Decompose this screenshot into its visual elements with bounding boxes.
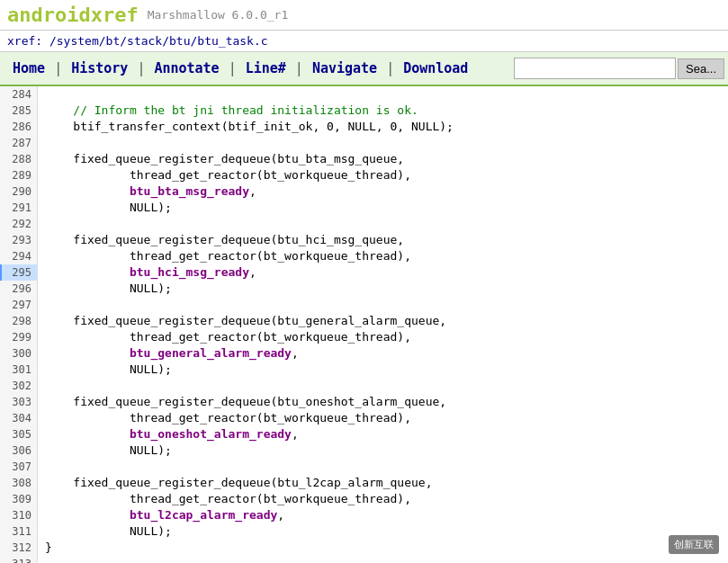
- line-content: NULL);: [38, 200, 172, 216]
- line-number[interactable]: 291: [0, 200, 38, 216]
- code-area: 284285 // Inform the bt jni thread initi…: [0, 86, 728, 563]
- xref-path: xref: /system/bt/stack/btu/btu_task.c: [0, 31, 728, 52]
- line-content: btu_oneshot_alarm_ready,: [38, 426, 299, 442]
- line-content: // Inform the bt jni thread initializati…: [38, 103, 418, 119]
- code-line: 296 NULL);: [0, 281, 728, 297]
- nav-lineno[interactable]: Line#: [237, 53, 295, 84]
- code-line: 286 btif_transfer_context(btif_init_ok, …: [0, 119, 728, 135]
- code-line: 298 fixed_queue_register_dequeue(btu_gen…: [0, 313, 728, 329]
- code-line: 305 btu_oneshot_alarm_ready,: [0, 426, 728, 442]
- line-content: thread_get_reactor(bt_workqueue_thread),: [38, 248, 411, 264]
- logo-marshmallow: Marshmallow 6.0.0_r1: [148, 8, 289, 22]
- line-content: btu_l2cap_alarm_ready,: [38, 507, 284, 523]
- code-line: 295 btu_hci_msg_ready,: [0, 264, 728, 281]
- code-line: 301 NULL);: [0, 362, 728, 378]
- nav-sep-5: |: [386, 60, 394, 76]
- navbar: Home | History | Annotate | Line# | Navi…: [0, 52, 728, 86]
- line-number[interactable]: 288: [0, 151, 38, 167]
- code-line: 292: [0, 216, 728, 232]
- nav-download[interactable]: Download: [394, 53, 477, 84]
- line-content: fixed_queue_register_dequeue(btu_oneshot…: [38, 394, 446, 410]
- line-number[interactable]: 299: [0, 329, 38, 345]
- code-line: 302: [0, 378, 728, 394]
- line-content: [38, 556, 45, 563]
- line-number[interactable]: 309: [0, 491, 38, 507]
- line-number[interactable]: 301: [0, 362, 38, 378]
- line-content: NULL);: [38, 362, 172, 378]
- code-line: 306 NULL);: [0, 442, 728, 459]
- code-line: 303 fixed_queue_register_dequeue(btu_one…: [0, 394, 728, 410]
- nav-sep-1: |: [54, 60, 62, 76]
- line-number[interactable]: 285: [0, 103, 38, 119]
- line-number[interactable]: 298: [0, 313, 38, 329]
- line-number[interactable]: 284: [0, 86, 38, 103]
- line-content: NULL);: [38, 442, 172, 459]
- nav-annotate[interactable]: Annotate: [145, 53, 228, 84]
- line-number[interactable]: 305: [0, 426, 38, 442]
- code-line: 300 btu_general_alarm_ready,: [0, 345, 728, 362]
- line-number[interactable]: 303: [0, 394, 38, 410]
- code-line: 297: [0, 297, 728, 313]
- line-number[interactable]: 302: [0, 378, 38, 394]
- line-number[interactable]: 300: [0, 345, 38, 362]
- line-number[interactable]: 286: [0, 119, 38, 135]
- line-number[interactable]: 311: [0, 523, 38, 540]
- nav-navigate[interactable]: Navigate: [303, 53, 386, 84]
- header: androidxref Marshmallow 6.0.0_r1: [0, 0, 728, 31]
- line-content: btu_hci_msg_ready,: [38, 264, 256, 281]
- nav-home[interactable]: Home: [4, 53, 54, 84]
- line-content: }: [38, 540, 52, 556]
- nav-sep-4: |: [295, 60, 303, 76]
- line-content: thread_get_reactor(bt_workqueue_thread),: [38, 167, 411, 183]
- line-content: NULL);: [38, 281, 172, 297]
- code-line: 287: [0, 135, 728, 151]
- watermark: 创新互联: [669, 535, 719, 554]
- line-number[interactable]: 312: [0, 540, 38, 556]
- line-number[interactable]: 290: [0, 183, 38, 200]
- logo: androidxref: [7, 4, 139, 26]
- line-number[interactable]: 295: [0, 264, 38, 281]
- line-number[interactable]: 313: [0, 556, 38, 563]
- line-content: fixed_queue_register_dequeue(btu_hci_msg…: [38, 232, 404, 248]
- line-content: thread_get_reactor(bt_workqueue_thread),: [38, 491, 411, 507]
- code-line: 313: [0, 556, 728, 563]
- code-line: 289 thread_get_reactor(bt_workqueue_thre…: [0, 167, 728, 183]
- line-content: [38, 86, 45, 103]
- line-number[interactable]: 304: [0, 410, 38, 426]
- line-number[interactable]: 297: [0, 297, 38, 313]
- line-number[interactable]: 308: [0, 475, 38, 491]
- line-number[interactable]: 307: [0, 459, 38, 475]
- line-number[interactable]: 310: [0, 507, 38, 523]
- search-input[interactable]: [514, 58, 676, 79]
- code-line: 307: [0, 459, 728, 475]
- nav-history[interactable]: History: [62, 53, 137, 84]
- line-number[interactable]: 294: [0, 248, 38, 264]
- code-line: 311 NULL);: [0, 523, 728, 540]
- line-content: fixed_queue_register_dequeue(btu_bta_msg…: [38, 151, 404, 167]
- code-line: 304 thread_get_reactor(bt_workqueue_thre…: [0, 410, 728, 426]
- line-content: [38, 378, 45, 394]
- line-content: NULL);: [38, 523, 172, 540]
- code-line: 291 NULL);: [0, 200, 728, 216]
- line-number[interactable]: 296: [0, 281, 38, 297]
- search-button[interactable]: Sea...: [678, 58, 724, 79]
- code-line: 310 btu_l2cap_alarm_ready,: [0, 507, 728, 523]
- line-number[interactable]: 293: [0, 232, 38, 248]
- line-number[interactable]: 287: [0, 135, 38, 151]
- line-content: [38, 135, 45, 151]
- line-content: fixed_queue_register_dequeue(btu_general…: [38, 313, 446, 329]
- logo-android: androidxref: [7, 4, 139, 26]
- code-line: 299 thread_get_reactor(bt_workqueue_thre…: [0, 329, 728, 345]
- code-line: 293 fixed_queue_register_dequeue(btu_hci…: [0, 232, 728, 248]
- line-content: [38, 216, 45, 232]
- line-content: [38, 459, 45, 475]
- code-line: 294 thread_get_reactor(bt_workqueue_thre…: [0, 248, 728, 264]
- line-number[interactable]: 306: [0, 442, 38, 459]
- line-content: thread_get_reactor(bt_workqueue_thread),: [38, 410, 411, 426]
- code-line: 309 thread_get_reactor(bt_workqueue_thre…: [0, 491, 728, 507]
- code-line: 308 fixed_queue_register_dequeue(btu_l2c…: [0, 475, 728, 491]
- line-content: btu_bta_msg_ready,: [38, 183, 256, 200]
- nav-sep-3: |: [229, 60, 237, 76]
- line-number[interactable]: 289: [0, 167, 38, 183]
- line-number[interactable]: 292: [0, 216, 38, 232]
